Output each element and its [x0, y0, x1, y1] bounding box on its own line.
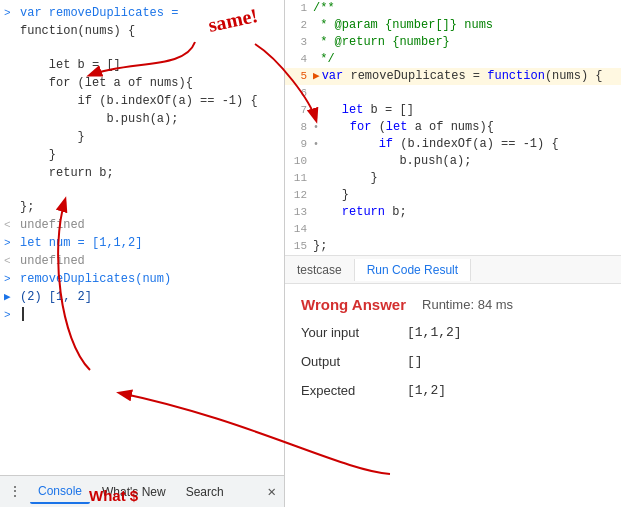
console-result-line: ▶ (2) [1, 2] — [0, 288, 284, 306]
line-number: 12 — [285, 187, 313, 204]
code-line-7: 7 let b = [] — [285, 102, 621, 119]
console-line — [0, 182, 284, 198]
console-text: let num = [1,1,2] — [20, 235, 142, 251]
console-line: < undefined — [0, 216, 284, 234]
code-line-15: 15 }; — [285, 238, 621, 255]
console-text: var removeDuplicates = — [20, 5, 178, 21]
line-code: if (b.indexOf(a) == -1) { — [321, 136, 559, 153]
console-prompt: > — [4, 307, 18, 323]
breakpoint-arrow: ▶ — [313, 68, 320, 85]
console-expand-icon[interactable]: ▶ — [4, 289, 18, 305]
code-line-5: 5 ▶ var removeDuplicates = function(nums… — [285, 68, 621, 85]
line-number: 1 — [285, 0, 313, 17]
console-line: > var removeDuplicates = — [0, 4, 284, 22]
expected-label: Expected — [301, 383, 391, 398]
line-number: 15 — [285, 238, 313, 255]
dot-marker: • — [313, 136, 319, 153]
tab-run-code-result[interactable]: Run Code Result — [355, 259, 471, 281]
line-code: } — [313, 187, 349, 204]
tab-whats-new[interactable]: What's New — [94, 481, 174, 503]
result-tabs: testcase Run Code Result — [285, 256, 621, 284]
line-number: 14 — [285, 221, 313, 238]
console-output: > var removeDuplicates = function(nums) … — [0, 0, 284, 475]
output-label: Output — [301, 354, 391, 369]
console-panel: > var removeDuplicates = function(nums) … — [0, 0, 285, 507]
console-text: } — [20, 129, 85, 145]
line-code: */ — [313, 51, 335, 68]
line-number: 10 — [285, 153, 313, 170]
console-text: undefined — [20, 253, 85, 269]
console-line: < undefined — [0, 252, 284, 270]
code-editor: 1 /** 2 * @param {number[]} nums 3 * @re… — [285, 0, 621, 256]
console-line: b.push(a); — [0, 110, 284, 128]
console-prompt: < — [4, 217, 18, 233]
tab-console[interactable]: Console — [30, 480, 90, 504]
line-number: 11 — [285, 170, 313, 187]
result-status-row: Wrong Answer Runtime: 84 ms — [301, 296, 605, 313]
console-line: let b = [] — [0, 56, 284, 74]
line-number: 3 — [285, 34, 313, 51]
console-prompt: > — [4, 5, 18, 21]
more-options-button[interactable]: ⋮ — [4, 483, 26, 500]
line-code: return b; — [313, 204, 407, 221]
tab-search[interactable]: Search — [178, 481, 232, 503]
devtools-bottom-bar: ⋮ Console What's New Search ✕ — [0, 475, 284, 507]
line-number: 13 — [285, 204, 313, 221]
code-line-11: 11 } — [285, 170, 621, 187]
console-text: return b; — [20, 165, 114, 181]
line-code: b.push(a); — [313, 153, 471, 170]
code-line-14: 14 — [285, 221, 621, 238]
dot-marker: • — [313, 119, 319, 136]
wrong-answer-label: Wrong Answer — [301, 296, 406, 313]
console-line — [0, 40, 284, 56]
console-line: return b; — [0, 164, 284, 182]
code-line-3: 3 * @return {number} — [285, 34, 621, 51]
line-code: * @return {number} — [313, 34, 450, 51]
console-text: for (let a of nums){ — [20, 75, 193, 91]
console-text: removeDuplicates(num) — [20, 271, 171, 287]
console-line: for (let a of nums){ — [0, 74, 284, 92]
console-prompt: > — [4, 235, 18, 251]
your-input-row: Your input [1,1,2] — [301, 325, 605, 340]
line-number: 8 — [285, 119, 313, 136]
code-line-10: 10 b.push(a); — [285, 153, 621, 170]
console-prompt: < — [4, 253, 18, 269]
output-value: [] — [407, 354, 423, 369]
console-line: } — [0, 146, 284, 164]
line-code: }; — [313, 238, 327, 255]
line-number: 5 — [285, 68, 313, 85]
line-code: /** — [313, 0, 335, 17]
console-prompt: > — [4, 271, 18, 287]
code-line-8: 8 • for (let a of nums){ — [285, 119, 621, 136]
console-result: (2) [1, 2] — [20, 289, 92, 305]
console-text: }; — [20, 199, 34, 215]
code-line-4: 4 */ — [285, 51, 621, 68]
editor-panel: 1 /** 2 * @param {number[]} nums 3 * @re… — [285, 0, 621, 507]
console-line: function(nums) { — [0, 22, 284, 40]
tab-testcase[interactable]: testcase — [285, 259, 355, 281]
console-line: if (b.indexOf(a) == -1) { — [0, 92, 284, 110]
console-line: > removeDuplicates(num) — [0, 270, 284, 288]
code-line-2: 2 * @param {number[]} nums — [285, 17, 621, 34]
cursor-caret — [22, 307, 24, 321]
your-input-label: Your input — [301, 325, 391, 340]
console-line: > let num = [1,1,2] — [0, 234, 284, 252]
close-button[interactable]: ✕ — [264, 481, 280, 502]
line-code: * @param {number[]} nums — [313, 17, 493, 34]
your-input-value: [1,1,2] — [407, 325, 462, 340]
console-line: } — [0, 128, 284, 146]
code-line-13: 13 return b; — [285, 204, 621, 221]
console-line: }; — [0, 198, 284, 216]
expected-row: Expected [1,2] — [301, 383, 605, 398]
console-input-line[interactable]: > — [0, 306, 284, 324]
line-number: 9 — [285, 136, 313, 153]
code-line-1: 1 /** — [285, 0, 621, 17]
expected-value: [1,2] — [407, 383, 446, 398]
line-code: let b = [] — [313, 102, 414, 119]
line-number: 2 — [285, 17, 313, 34]
console-text: function(nums) { — [20, 23, 135, 39]
console-text: if (b.indexOf(a) == -1) { — [20, 93, 258, 109]
console-text: } — [20, 147, 56, 163]
line-number: 6 — [285, 85, 313, 102]
code-line-6: 6 — [285, 85, 621, 102]
